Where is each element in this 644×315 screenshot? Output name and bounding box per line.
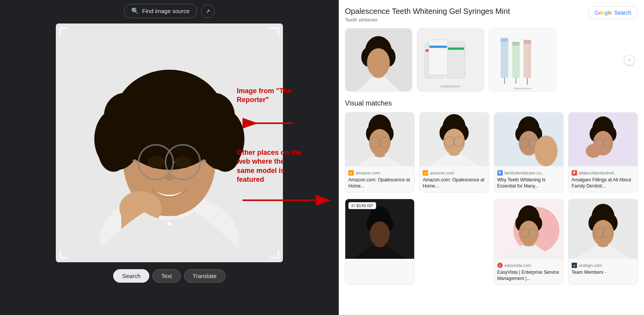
match-source-label-8: undsgn.com [579, 263, 602, 268]
svg-point-76 [534, 136, 557, 166]
svg-point-11 [210, 129, 241, 172]
product-image-3[interactable]: Opalescence [489, 28, 556, 92]
product-images-section: Opalescence Opalescence [345, 28, 638, 92]
match-source-4: 🦷 allaboutfamilydenti... [569, 168, 637, 176]
familydental-favicon: 🦷 [497, 170, 503, 176]
match-card-1[interactable]: a amazon.com Amazon.com: Opalescence at … [345, 112, 415, 193]
visual-matches-grid: a amazon.com Amazon.com: Opalescence at … [345, 112, 638, 193]
product-images-row: Opalescence Opalescence [345, 28, 638, 92]
easyvista-favicon: e [497, 263, 503, 268]
find-image-bar: 🔍 Find image source ↗ [124, 4, 214, 18]
visual-matches-row2: 🏷 $149.00* e [345, 199, 638, 285]
match-desc-2: Amazon.com: Opalescence at Home... [420, 176, 488, 192]
match-card-5[interactable]: 🏷 $149.00* [345, 199, 415, 285]
match-card-3[interactable]: 🦷 familydentalcare.co... Why Teeth White… [494, 112, 564, 193]
search-button[interactable]: Search [113, 269, 149, 283]
resize-handle-tl[interactable] [60, 27, 68, 36]
match-card-4[interactable]: 🦷 allaboutfamilydenti... Amalgam Filling… [568, 112, 638, 193]
match-source-3: 🦷 familydentalcare.co... [494, 168, 563, 176]
svg-point-18 [174, 156, 191, 168]
svg-rect-46 [512, 44, 520, 78]
match-desc-3: Why Teeth Whitening Is Essential for Man… [494, 176, 563, 192]
svg-point-17 [147, 156, 164, 168]
find-image-label: Find image source [142, 8, 189, 14]
match-source-1: a amazon.com [345, 168, 414, 176]
svg-point-104 [592, 220, 614, 246]
product-img-boxes: Opalescence [417, 28, 484, 92]
amazon-favicon-1: a [348, 170, 354, 176]
text-button[interactable]: Text [152, 269, 181, 283]
svg-rect-42 [489, 28, 556, 91]
undsgn-favicon: u [572, 263, 577, 268]
svg-rect-47 [512, 42, 520, 46]
chevron-right-icon: › [629, 57, 630, 63]
tag-icon: 🏷 [351, 203, 355, 208]
product-image-1[interactable] [345, 28, 412, 92]
svg-point-10 [98, 129, 129, 172]
product-img-woman [345, 28, 412, 92]
match-image-1 [345, 112, 414, 166]
match-source-label-3: familydentalcare.co... [505, 171, 545, 175]
visual-matches-title: Visual matches [345, 99, 638, 107]
google-g-icon: Google [594, 10, 612, 16]
match-image-3 [494, 112, 563, 166]
match-source-label-2: amazon.com [430, 171, 454, 175]
product-info: Opalescence Teeth Whitening Gel Syringes… [345, 6, 510, 23]
svg-rect-40 [430, 45, 447, 48]
svg-rect-43 [501, 40, 509, 78]
match-card-6-empty [419, 199, 489, 285]
resize-handle-tr[interactable] [271, 27, 279, 36]
match-desc-8: Team Members - [569, 269, 637, 279]
google-search-button[interactable]: Google Search [588, 6, 638, 19]
svg-text:Opalescence: Opalescence [440, 84, 460, 88]
match-image-4 [569, 112, 637, 166]
woman-illustration [56, 23, 283, 262]
match-desc-1: Amazon.com: Opalescence at Home... [345, 176, 414, 192]
match-image-easyvista [494, 199, 563, 259]
right-header: Opalescence Teeth Whitening Gel Syringes… [345, 6, 638, 23]
match-card-2[interactable]: a amazon.com Amazon.com: Opalescence at … [419, 112, 489, 193]
search-btn-label: Search [614, 10, 631, 16]
product-subtitle: Teeth whitener [345, 17, 510, 23]
svg-point-57 [369, 129, 391, 156]
find-image-source-button[interactable]: 🔍 Find image source [124, 4, 197, 18]
price-badge: 🏷 $149.00* [348, 202, 376, 209]
product-img-syringe: Opalescence [489, 28, 556, 92]
allabout-favicon: 🦷 [572, 170, 577, 176]
match-source-2: a amazon.com [420, 168, 488, 176]
svg-rect-37 [446, 42, 465, 78]
svg-rect-49 [524, 42, 531, 78]
svg-point-19 [165, 174, 174, 181]
match-source-8: u undsgn.com [569, 260, 637, 269]
right-panel: Opalescence Teeth Whitening Gel Syringes… [339, 0, 644, 315]
svg-rect-39 [429, 40, 448, 75]
match-source-label-1: amazon.com [356, 171, 380, 175]
match-source-label-7: easyvista.com [505, 263, 532, 268]
price-label: $149.00* [356, 203, 373, 208]
match-card-8[interactable]: u undsgn.com Team Members - [568, 199, 638, 285]
match-desc-7: EasyVista | Enterprise Service Managemen… [494, 269, 563, 285]
center-handle[interactable] [167, 222, 171, 226]
match-desc-4: Amalgam Fillings at All About Family Den… [569, 176, 637, 192]
svg-rect-38 [447, 47, 464, 50]
svg-rect-44 [501, 38, 509, 42]
svg-rect-50 [524, 40, 531, 44]
external-link-button[interactable]: ↗ [201, 4, 215, 18]
bottom-buttons: Search Text Translate [113, 269, 225, 283]
svg-point-9 [123, 81, 216, 127]
translate-button[interactable]: Translate [184, 269, 226, 283]
product-image-2[interactable]: Opalescence [417, 28, 484, 92]
product-title: Opalescence Teeth Whitening Gel Syringes… [345, 6, 510, 16]
svg-point-84 [586, 144, 601, 158]
amazon-favicon-2: a [423, 170, 428, 176]
match-card-7[interactable]: e easyvista.com EasyVista | Enterprise S… [494, 199, 564, 285]
match-image-2 [420, 112, 488, 166]
search-image-container [56, 23, 283, 262]
left-panel: 🔍 Find image source ↗ [0, 0, 339, 315]
resize-handle-bl[interactable] [60, 250, 68, 258]
resize-handle-br[interactable] [271, 250, 279, 258]
match-source-7: e easyvista.com [494, 260, 563, 269]
match-image-product: 🏷 $149.00* [345, 199, 414, 259]
scroll-right-button[interactable]: › [624, 55, 635, 65]
match-image-undsgn [569, 199, 637, 259]
